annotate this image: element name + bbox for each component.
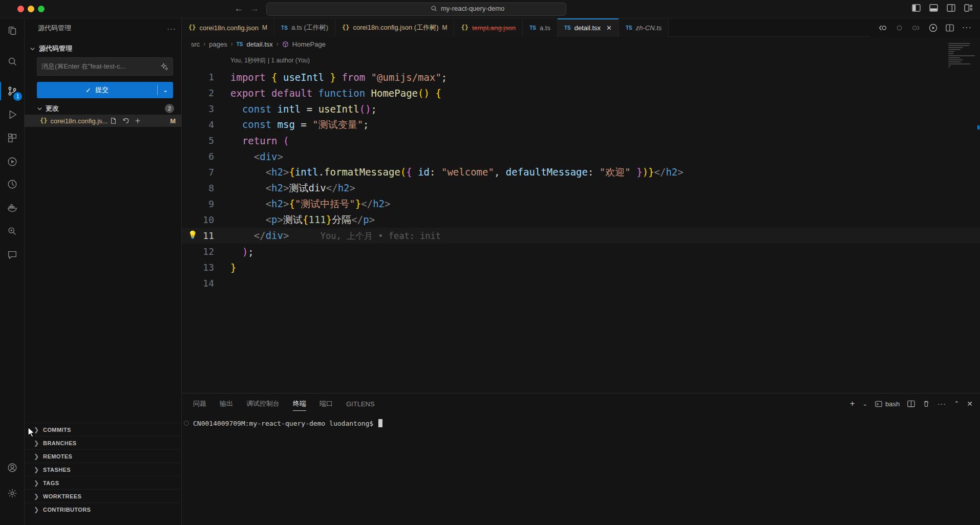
copilot-sparkle-icon[interactable] bbox=[161, 63, 168, 71]
terminal-content[interactable]: CN0014009709M:my-react-query-demo luodan… bbox=[184, 419, 382, 427]
settings-gear-icon[interactable] bbox=[0, 482, 25, 505]
code-line-14[interactable]: 14 bbox=[182, 275, 980, 291]
source-control-icon[interactable]: 1 bbox=[0, 80, 25, 102]
line-number: 3 bbox=[182, 103, 214, 114]
gitlens-icon[interactable] bbox=[0, 173, 25, 195]
changed-file-row[interactable]: {} corei18n.config.js... M bbox=[25, 115, 182, 127]
gitlens-section-worktrees[interactable]: ❯WORKTREES bbox=[25, 489, 182, 502]
split-terminal-icon[interactable] bbox=[907, 400, 915, 407]
code-line-8[interactable]: 8 <h2>测试div</h2> bbox=[182, 180, 980, 196]
breadcrumb-pages[interactable]: pages bbox=[209, 40, 227, 48]
editor-tab-a.ts (工作树)[interactable]: TSa.ts (工作树) bbox=[274, 18, 335, 37]
minimize-window-button[interactable] bbox=[28, 6, 34, 12]
more-actions-icon[interactable]: ··· bbox=[962, 23, 972, 32]
new-terminal-icon[interactable]: + bbox=[850, 399, 855, 409]
run-file-icon[interactable] bbox=[929, 24, 938, 32]
terminal-dropdown-icon[interactable]: ⌄ bbox=[863, 401, 867, 407]
close-tab-icon[interactable]: ✕ bbox=[606, 24, 612, 32]
gitlens-section-contributors[interactable]: ❯CONTRIBUTORS bbox=[25, 502, 182, 516]
panel-tab-输出[interactable]: 输出 bbox=[220, 393, 233, 414]
panel-more-actions-icon[interactable]: ··· bbox=[938, 400, 946, 408]
gitlens-section-commits[interactable]: ❯COMMITS bbox=[25, 423, 182, 436]
code-line-1[interactable]: 1import { useIntl } from "@umijs/max"; bbox=[182, 69, 980, 85]
comments-icon[interactable] bbox=[0, 244, 25, 266]
code-line-12[interactable]: 12 ); bbox=[182, 244, 980, 259]
scm-section-header[interactable]: 源代码管理 bbox=[30, 44, 72, 53]
terminal-command-decoration[interactable] bbox=[184, 421, 189, 426]
panel-tab-终端[interactable]: 终端 bbox=[293, 393, 306, 414]
json-file-icon: {} bbox=[188, 24, 196, 31]
split-editor-icon[interactable] bbox=[946, 24, 954, 32]
panel-tab-GITLENS[interactable]: GITLENS bbox=[346, 393, 375, 414]
next-change-icon[interactable] bbox=[911, 24, 921, 32]
run-debug-icon[interactable] bbox=[0, 103, 25, 126]
explorer-icon[interactable] bbox=[0, 19, 25, 42]
terminal-icon bbox=[875, 401, 882, 407]
previous-change-icon[interactable] bbox=[896, 24, 903, 32]
gitlens-section-remotes[interactable]: ❯REMOTES bbox=[25, 449, 182, 463]
codelens-blame[interactable]: You, 1秒钟前 | 1 author (You) bbox=[230, 56, 310, 65]
minimap[interactable] bbox=[948, 43, 976, 72]
editor-tab-corei18n.config.json[interactable]: {}corei18n.config.jsonM bbox=[182, 18, 274, 37]
gitlens-section-tags[interactable]: ❯TAGS bbox=[25, 476, 182, 489]
terminal-instance[interactable]: bash bbox=[875, 400, 900, 408]
code-line-3[interactable]: 3 const intl = useIntl(); bbox=[182, 101, 980, 117]
code-line-2[interactable]: 2export default function HomePage() { bbox=[182, 85, 980, 101]
docker-icon[interactable] bbox=[0, 196, 25, 219]
gitlens-section-branches[interactable]: ❯BRANCHES bbox=[25, 436, 182, 449]
maximize-window-button[interactable] bbox=[38, 6, 45, 12]
commit-button[interactable]: ✓ 提交 ⌄ bbox=[37, 82, 173, 98]
maximize-panel-icon[interactable]: ⌃ bbox=[954, 400, 959, 407]
open-changes-icon[interactable] bbox=[878, 24, 887, 32]
gitlens-section-stashes[interactable]: ❯STASHES bbox=[25, 463, 182, 476]
breadcrumb[interactable]: src › pages › TS detail.tsx › HomePage bbox=[182, 37, 326, 51]
discard-changes-icon[interactable] bbox=[122, 117, 129, 124]
minimap-line bbox=[948, 51, 954, 52]
forward-icon[interactable]: → bbox=[250, 4, 259, 14]
run-circle-icon[interactable] bbox=[0, 150, 25, 173]
code-editor[interactable]: 1import { useIntl } from "@umijs/max";2e… bbox=[182, 69, 980, 291]
stage-changes-icon[interactable] bbox=[134, 117, 141, 124]
search-view-icon[interactable] bbox=[0, 50, 25, 73]
panel-tab-问题[interactable]: 问题 bbox=[193, 393, 206, 414]
gitlens-inspect-icon[interactable] bbox=[0, 220, 25, 243]
commit-message-input[interactable]: 消息(⌘Enter 在"feat-test-c... bbox=[37, 57, 173, 76]
editor-tab-tempLang.json[interactable]: {}tempLang.json bbox=[454, 18, 523, 37]
code-line-6[interactable]: 6 <div> bbox=[182, 148, 980, 164]
minimap-line bbox=[948, 59, 963, 60]
editor-tab-zh-CN.ts[interactable]: TSzh-CN.ts bbox=[619, 18, 669, 37]
close-window-button[interactable] bbox=[17, 6, 24, 12]
code-line-10[interactable]: 10 <p>测试{111}分隔</p> bbox=[182, 212, 980, 228]
code-line-9[interactable]: 9 <h2>{"测试中括号"}</h2> bbox=[182, 196, 980, 212]
kill-terminal-icon[interactable] bbox=[923, 400, 930, 407]
code-line-4[interactable]: 4 const msg = "测试变量"; bbox=[182, 117, 980, 133]
command-center[interactable]: my-react-query-demo bbox=[266, 3, 566, 16]
editor-tab-a.ts[interactable]: TSa.ts bbox=[523, 18, 558, 37]
line-number: 4 bbox=[182, 119, 214, 130]
breadcrumb-file[interactable]: detail.tsx bbox=[247, 40, 273, 48]
customize-layout-icon[interactable] bbox=[964, 4, 973, 12]
panel-tab-端口[interactable]: 端口 bbox=[319, 393, 333, 414]
back-icon[interactable]: ← bbox=[235, 4, 243, 14]
breadcrumb-symbol[interactable]: HomePage bbox=[292, 40, 326, 48]
sidebar-more-actions-icon[interactable]: ··· bbox=[167, 24, 176, 33]
code-line-11[interactable]: 💡11 </div> You, 上个月 • feat: init bbox=[182, 228, 980, 244]
commit-dropdown-icon[interactable]: ⌄ bbox=[158, 86, 173, 94]
line-number: 14 bbox=[182, 278, 214, 289]
code-line-7[interactable]: 7 <h2>{intl.formatMessage({ id: "welcome… bbox=[182, 164, 980, 180]
breadcrumb-src[interactable]: src bbox=[191, 40, 200, 48]
extensions-icon[interactable] bbox=[0, 127, 25, 149]
close-panel-icon[interactable]: ✕ bbox=[967, 400, 973, 408]
toggle-panel-icon[interactable] bbox=[929, 4, 938, 12]
toggle-sidebar-icon[interactable] bbox=[912, 4, 921, 12]
changes-section-header[interactable]: 更改 2 bbox=[37, 102, 174, 115]
code-line-13[interactable]: 13} bbox=[182, 259, 980, 275]
editor-tab-detail.tsx[interactable]: TSdetail.tsx✕ bbox=[558, 18, 619, 37]
lightbulb-icon[interactable]: 💡 bbox=[188, 230, 198, 239]
code-line-5[interactable]: 5 return ( bbox=[182, 133, 980, 148]
toggle-secondary-sidebar-icon[interactable] bbox=[947, 4, 955, 12]
open-file-icon[interactable] bbox=[110, 117, 117, 124]
editor-tab-corei18n.config.json (工作树)[interactable]: {}corei18n.config.json (工作树)M bbox=[335, 18, 454, 37]
panel-tab-调试控制台[interactable]: 调试控制台 bbox=[246, 393, 280, 414]
accounts-icon[interactable] bbox=[0, 456, 25, 479]
